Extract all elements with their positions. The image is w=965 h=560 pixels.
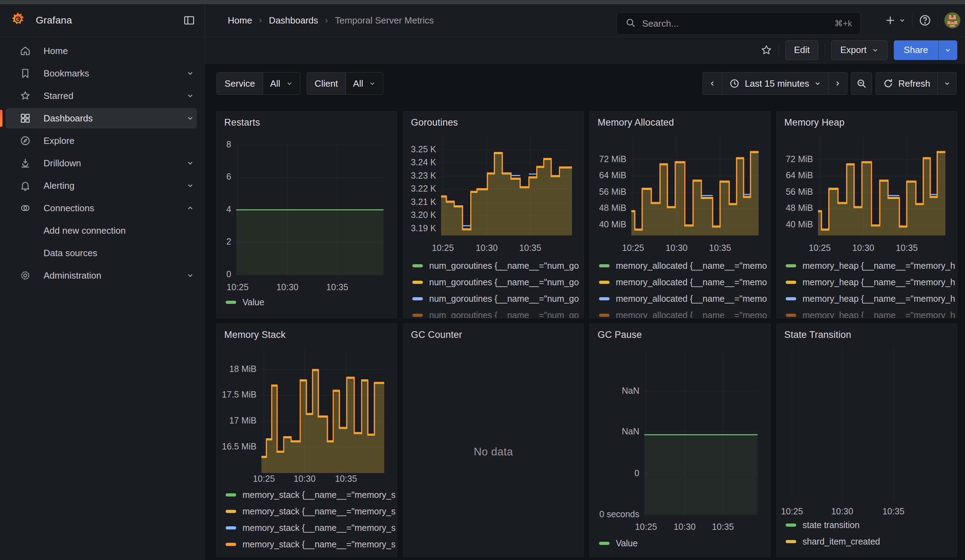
legend-item[interactable]: memory_stack {__name__="memory_s: [226, 536, 397, 553]
active-accent-bar: [0, 110, 2, 127]
favorite-star-icon[interactable]: [761, 44, 772, 56]
panel-title-memory_allocated[interactable]: Memory Allocated: [590, 112, 770, 132]
legend-item[interactable]: memory_stack {__name__="memory_s: [226, 487, 397, 503]
help-icon[interactable]: [919, 14, 931, 27]
legend-series-label: shard_item_created: [803, 537, 880, 547]
refresh-interval-dropdown[interactable]: [937, 73, 956, 95]
svg-text:10:30: 10:30: [831, 506, 854, 516]
time-shift-back-button[interactable]: [703, 73, 722, 95]
gear-icon: [20, 270, 31, 281]
search-input[interactable]: Search... ⌘+k: [617, 12, 861, 35]
chevron-up-icon: [186, 204, 194, 212]
chart-canvas[interactable]: 18 MiB17.5 MiB17 MiB16.5 MiB10:2510:3010…: [216, 345, 397, 480]
share-dropdown-button[interactable]: [938, 40, 957, 60]
sidebar-item-home[interactable]: Home: [0, 40, 204, 62]
legend-memory_allocated: memory_allocated {__name__="memomemory_a…: [590, 255, 770, 318]
legend-item[interactable]: memory_stack {__name__="memory_s: [226, 503, 397, 520]
legend-item[interactable]: state transition: [786, 517, 957, 533]
svg-text:10:35: 10:35: [709, 243, 731, 253]
legend-item[interactable]: memory_allocated {__name__="memo: [599, 307, 770, 318]
sidebar-item-starred[interactable]: Starred: [0, 85, 204, 107]
chart-canvas[interactable]: 72 MiB64 MiB56 MiB48 MiB40 MiB10:2510:30…: [590, 132, 770, 255]
legend-item[interactable]: Value: [599, 535, 770, 552]
user-avatar[interactable]: [944, 12, 960, 28]
service-filter: Service All: [216, 72, 300, 95]
legend-item[interactable]: num_goroutines {__name__="num_go: [412, 307, 584, 318]
legend-item[interactable]: memory_allocated {__name__="memo: [599, 258, 770, 274]
legend-item[interactable]: memory_heap {__name__="memory_h: [786, 274, 957, 291]
clock-icon: [729, 78, 740, 89]
svg-text:10:25: 10:25: [781, 506, 803, 516]
chart-canvas[interactable]: 10:2510:3010:35: [777, 345, 957, 517]
sidebar-item-data-sources[interactable]: Data sources: [0, 242, 204, 264]
panel-title-memory_stack[interactable]: Memory Stack: [216, 324, 397, 345]
sidebar-item-label: Alerting: [44, 180, 174, 191]
legend-item[interactable]: memory_stack {__name__="memory_s: [226, 520, 397, 536]
chart-canvas[interactable]: 3.25 K3.24 K3.23 K3.22 K3.21 K3.20 K3.19…: [403, 132, 584, 255]
panel-title-memory_heap[interactable]: Memory Heap: [777, 112, 957, 132]
chevron-down-icon: [872, 47, 879, 54]
refresh-button[interactable]: Refresh: [876, 73, 937, 95]
panel-restarts: Restarts8642010:2510:3010:35Value: [216, 111, 397, 318]
time-range-picker[interactable]: Last 15 minutes: [722, 73, 828, 95]
sidebar-item-label: Home: [44, 46, 204, 57]
sidebar-item-explore[interactable]: Explore: [0, 129, 204, 152]
svg-text:0: 0: [635, 468, 640, 478]
svg-text:0: 0: [226, 269, 231, 279]
sidebar-toggle-icon[interactable]: [183, 14, 195, 27]
client-filter-label: Client: [307, 73, 346, 95]
svg-text:72 MiB: 72 MiB: [786, 154, 813, 164]
legend-item[interactable]: memory_heap {__name__="memory_h: [786, 258, 957, 274]
legend-series-marker: [412, 314, 423, 317]
chart-canvas[interactable]: 8642010:2510:3010:35: [216, 132, 397, 294]
legend-item[interactable]: num_goroutines {__name__="num_go: [412, 274, 584, 291]
svg-text:10:35: 10:35: [712, 522, 734, 532]
sidebar-item-drilldown[interactable]: Drilldown: [0, 152, 204, 175]
dashboard-actions-row: Edit Export Share: [205, 37, 965, 64]
time-shift-forward-button[interactable]: [828, 73, 847, 95]
sidebar-item-connections[interactable]: Connections: [0, 197, 204, 219]
panel-title-gc_pause[interactable]: GC Pause: [590, 324, 770, 345]
panel-memory_allocated: Memory Allocated72 MiB64 MiB56 MiB48 MiB…: [589, 111, 770, 318]
chart-canvas[interactable]: NaNNaN00 seconds10:2510:3010:35: [590, 345, 770, 527]
sidebar-item-administration[interactable]: Administration: [0, 264, 204, 287]
compass-icon: [20, 135, 31, 146]
panel-title-goroutines[interactable]: Goroutines: [403, 112, 584, 132]
grafana-logo-icon[interactable]: [10, 11, 26, 29]
legend-series-label: memory_stack {__name__="memory_s: [242, 490, 396, 500]
sidebar-item-alerting[interactable]: Alerting: [0, 175, 204, 197]
legend-item[interactable]: memory_heap {__name__="memory_h: [786, 307, 957, 318]
svg-text:10:35: 10:35: [335, 474, 357, 483]
legend-item[interactable]: memory_allocated {__name__="memo: [599, 274, 770, 291]
search-icon: [625, 18, 636, 29]
legend-series-marker: [226, 543, 236, 546]
legend-series-label: num_goroutines {__name__="num_go: [429, 261, 579, 271]
legend-item[interactable]: shard_item_created: [786, 533, 957, 550]
legend-item[interactable]: Value: [226, 294, 397, 310]
panel-title-restarts[interactable]: Restarts: [216, 112, 397, 132]
legend-item[interactable]: memory_heap {__name__="memory_h: [786, 291, 957, 307]
edit-button[interactable]: Edit: [785, 40, 819, 60]
legend-series-marker: [599, 297, 610, 300]
legend-series-label: memory_stack {__name__="memory_s: [242, 506, 396, 516]
sidebar-item-add-new-connection[interactable]: Add new connection: [0, 219, 204, 242]
brand-name: Grafana: [36, 15, 72, 26]
share-button[interactable]: Share: [894, 40, 938, 60]
service-filter-value[interactable]: All: [263, 73, 300, 95]
client-filter-value[interactable]: All: [346, 73, 383, 95]
chart-canvas[interactable]: 72 MiB64 MiB56 MiB48 MiB40 MiB10:2510:30…: [777, 132, 957, 255]
chevron-down-icon: [944, 47, 951, 54]
panel-title-gc_counter[interactable]: GC Counter: [403, 324, 584, 345]
legend-item[interactable]: memory_allocated {__name__="memo: [599, 291, 770, 307]
time-controls: Last 15 minutes: [703, 72, 957, 95]
sidebar-item-bookmarks[interactable]: Bookmarks: [0, 62, 204, 85]
panel-title-state_transition[interactable]: State Transition: [777, 324, 957, 345]
breadcrumb-home[interactable]: Home: [228, 15, 252, 26]
legend-item[interactable]: num_goroutines {__name__="num_go: [412, 258, 584, 274]
sidebar-item-dashboards[interactable]: Dashboards: [0, 107, 204, 129]
zoom-out-icon[interactable]: [851, 73, 872, 95]
legend-item[interactable]: num_goroutines {__name__="num_go: [412, 291, 584, 307]
breadcrumb-dashboards[interactable]: Dashboards: [269, 15, 318, 26]
add-new-button[interactable]: [885, 15, 906, 26]
export-button[interactable]: Export: [831, 40, 887, 60]
